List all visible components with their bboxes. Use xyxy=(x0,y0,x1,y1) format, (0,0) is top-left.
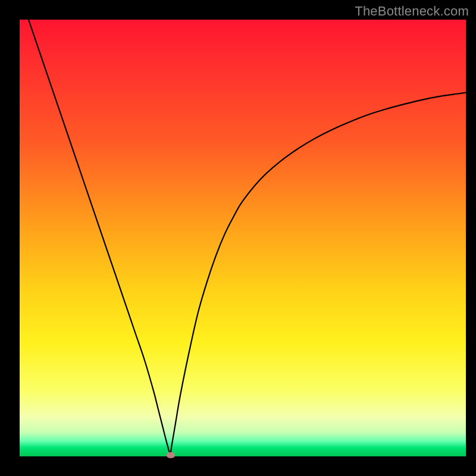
minimum-marker xyxy=(167,452,175,458)
watermark-text: TheBottleneck.com xyxy=(355,4,469,19)
plot-area xyxy=(20,20,466,456)
chart-stage: TheBottleneck.com xyxy=(0,0,476,476)
bottleneck-curve xyxy=(20,20,466,456)
